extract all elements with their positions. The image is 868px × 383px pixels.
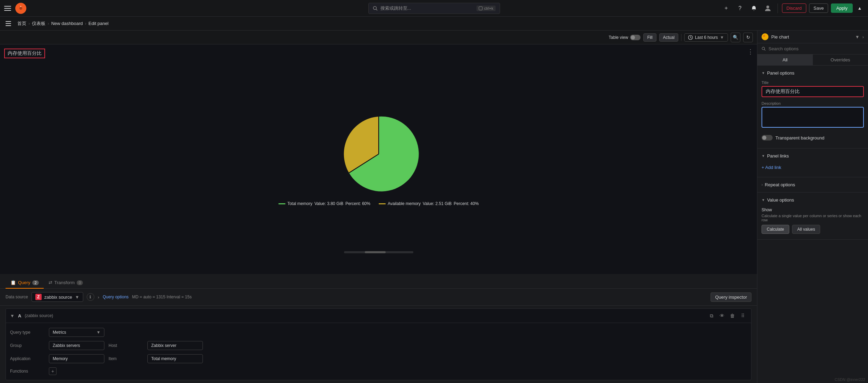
delete-query-button[interactable]: 🗑 <box>728 312 737 320</box>
chart-type-dropdown[interactable]: ▼ <box>855 34 860 40</box>
sidebar-toggle[interactable] <box>6 20 11 27</box>
add-function-button[interactable]: + <box>49 367 57 375</box>
application-select[interactable]: Memory <box>49 354 104 363</box>
title-input[interactable] <box>762 86 864 97</box>
toggle-inner <box>762 136 766 140</box>
tab-transform[interactable]: ⇄ Transform 0 <box>44 277 88 289</box>
query-row-a: ▼ A (zabbix source) ⧉ 👁 🗑 ⠿ Query type <box>6 308 751 380</box>
all-values-button[interactable]: All values <box>792 225 820 234</box>
panel-options-title: Panel options <box>767 70 794 76</box>
host-select[interactable]: Zabbix server <box>147 341 203 350</box>
group-select[interactable]: Zabbix servers <box>49 341 104 350</box>
collapse-button[interactable]: ▲ <box>856 4 864 12</box>
query-row-letter: A <box>18 313 21 318</box>
add-link-button[interactable]: + Add link <box>762 163 864 171</box>
breadcrumb-edit-panel: Edit panel <box>88 21 109 26</box>
group-label: Group <box>10 343 45 348</box>
value-options-chevron: ▼ <box>762 198 765 202</box>
help-button[interactable]: ? <box>734 3 746 14</box>
value-show-description: Calculate a single value per column or s… <box>762 214 864 222</box>
datasource-select[interactable]: Z zabbix source ▼ <box>32 292 83 302</box>
global-search[interactable]: 搜索或跳转至... ctrl+k <box>368 3 500 14</box>
actual-button[interactable]: Actual <box>659 33 678 42</box>
svg-point-1 <box>19 7 22 10</box>
top-nav: 搜索或跳转至... ctrl+k ＋ ? Discard Save Apply … <box>0 0 868 17</box>
apply-button[interactable]: Apply <box>831 3 853 13</box>
discard-button[interactable]: Discard <box>782 3 806 13</box>
item-label: Item <box>109 356 143 361</box>
host-label: Host <box>109 343 143 348</box>
breadcrumb: 首页 › 仪表板 › New dashboard › Edit panel <box>0 17 868 31</box>
description-input[interactable] <box>762 107 864 128</box>
legend-scrollbar[interactable] <box>344 251 413 253</box>
table-view-switch[interactable] <box>630 35 641 40</box>
user-avatar[interactable] <box>762 3 773 14</box>
fill-button[interactable]: Fill <box>643 33 656 42</box>
panel-options-section: ▼ Panel options Title Description <box>757 66 868 148</box>
panel-menu-button[interactable]: ⋮ <box>747 48 754 56</box>
breadcrumb-new-dashboard[interactable]: New dashboard <box>51 21 83 26</box>
add-button[interactable]: ＋ <box>721 3 732 14</box>
repeat-options-chevron: › <box>762 183 763 187</box>
query-options-link[interactable]: Query options <box>103 295 129 299</box>
pie-legend: Total memory Value: 3.80 GiB Percent: 60… <box>278 201 479 206</box>
functions-row: Functions + <box>6 365 751 377</box>
description-field-label: Description <box>762 101 864 105</box>
panel-toolbar: Table view Fill Actual Last 6 hours ▼ 🔍 … <box>0 31 757 44</box>
notifications-button[interactable] <box>748 3 759 14</box>
zoom-out-button[interactable]: 🔍 <box>731 33 740 42</box>
top-nav-right: ＋ ? Discard Save Apply ▲ <box>721 3 864 14</box>
options-search[interactable] <box>757 43 868 54</box>
description-field-wrapper: Description <box>762 101 864 129</box>
save-button[interactable]: Save <box>809 3 828 13</box>
functions-label: Functions <box>10 369 45 374</box>
search-placeholder: 搜索或跳转至... <box>380 5 411 11</box>
main-layout: Table view Fill Actual Last 6 hours ▼ 🔍 … <box>0 31 868 383</box>
panel-links-header[interactable]: ▼ Panel links <box>757 151 868 161</box>
value-options-section: ▼ Value options Show Calculate a single … <box>757 193 868 240</box>
query-inspector-button[interactable]: Query inspector <box>711 292 751 302</box>
query-tabs-bar: 📋 Query 2 ⇄ Transform 0 <box>0 274 757 289</box>
query-tab-label: Query <box>18 280 30 285</box>
tab-all[interactable]: All <box>757 54 813 65</box>
datasource-bar: Data source Z zabbix source ▼ ℹ › Query … <box>0 289 757 306</box>
chart-type-expand[interactable]: › <box>862 34 864 40</box>
panel-title[interactable]: 内存使用百分比 <box>4 49 45 58</box>
tab-overrides[interactable]: Overrides <box>813 54 868 65</box>
datasource-name: zabbix source <box>44 295 72 300</box>
search-options-input[interactable] <box>768 46 864 51</box>
hamburger-menu[interactable] <box>4 5 11 12</box>
chart-type-label: Pie chart <box>771 34 852 40</box>
grafana-logo <box>15 3 26 14</box>
transform-tab-label: Transform <box>54 280 75 285</box>
repeat-options-header[interactable]: › Repeat options <box>757 180 868 189</box>
panel-options-chevron: ▼ <box>762 71 765 75</box>
item-select[interactable]: Total memory <box>147 354 203 363</box>
query-row-toggle[interactable]: ▼ <box>10 313 15 318</box>
panel-options-header[interactable]: ▼ Panel options <box>757 68 868 78</box>
drag-handle[interactable]: ⠿ <box>739 312 747 320</box>
breadcrumb-home[interactable]: 首页 <box>17 20 26 27</box>
refresh-button[interactable]: ↻ <box>743 33 753 42</box>
copy-query-button[interactable]: ⧉ <box>707 312 716 320</box>
svg-line-4 <box>376 9 377 10</box>
time-range-picker[interactable]: Last 6 hours ▼ <box>684 33 728 42</box>
value-options-header[interactable]: ▼ Value options <box>757 195 868 205</box>
search-icon <box>762 46 766 51</box>
datasource-info-button[interactable]: ℹ <box>87 293 94 301</box>
panel-options-content: Title Description Transparent background <box>757 78 868 145</box>
table-view-toggle[interactable]: Table view <box>609 35 641 40</box>
value-options-content: Show Calculate a single value per column… <box>757 205 868 237</box>
application-label: Application <box>10 356 45 361</box>
query-type-select[interactable]: Metrics ▼ <box>49 328 104 337</box>
calculate-button[interactable]: Calculate <box>762 225 789 234</box>
query-tab-icon: 📋 <box>10 280 16 285</box>
tab-query[interactable]: 📋 Query 2 <box>6 277 44 289</box>
chart-type-bar: Pie chart ▼ › <box>757 31 868 43</box>
transparent-bg-toggle[interactable] <box>762 135 773 141</box>
panel-links-section: ▼ Panel links + Add link <box>757 148 868 177</box>
panel-links-chevron: ▼ <box>762 154 765 158</box>
svg-rect-2 <box>20 6 21 7</box>
toggle-visibility-button[interactable]: 👁 <box>718 312 726 320</box>
breadcrumb-dashboards[interactable]: 仪表板 <box>32 20 45 27</box>
